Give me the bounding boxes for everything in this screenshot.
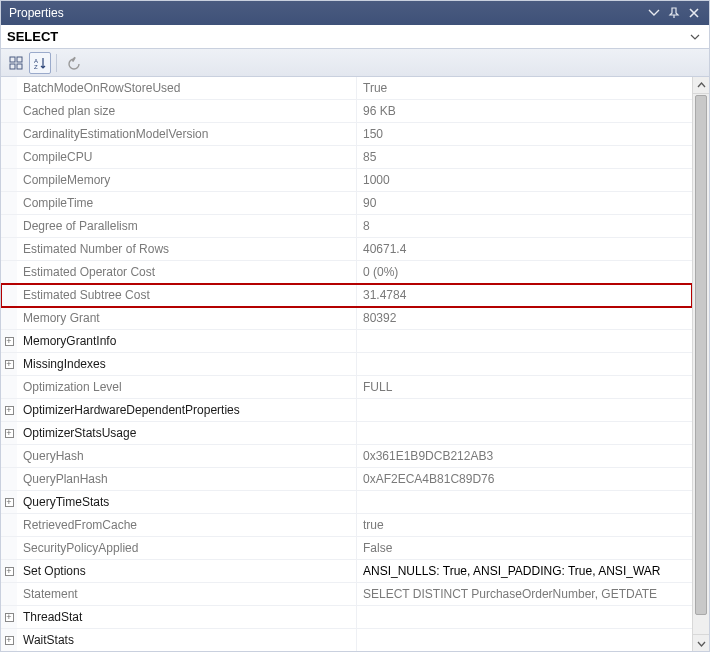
expand-toggle[interactable]: + [1, 422, 17, 444]
property-row[interactable]: Degree of Parallelism8 [1, 215, 692, 238]
expand-toggle[interactable]: + [1, 399, 17, 421]
property-name: CompileTime [17, 192, 357, 214]
property-value[interactable] [357, 422, 692, 444]
pin-icon[interactable] [665, 4, 683, 22]
scroll-thumb[interactable] [695, 95, 707, 615]
property-value[interactable] [357, 399, 692, 421]
property-value: 8 [357, 215, 692, 237]
expand-toggle[interactable]: + [1, 629, 17, 651]
properties-grid[interactable]: BatchModeOnRowStoreUsedTrueCached plan s… [1, 77, 692, 651]
property-value: False [357, 537, 692, 559]
selected-object-name: SELECT [7, 29, 687, 44]
property-value[interactable] [357, 330, 692, 352]
expand-spacer [1, 284, 17, 306]
property-row[interactable]: QueryPlanHash0xAF2ECA4B81C89D76 [1, 468, 692, 491]
expand-toggle[interactable]: + [1, 353, 17, 375]
property-name: OptimizerHardwareDependentProperties [17, 399, 357, 421]
property-row[interactable]: QueryHash0x361E1B9DCB212AB3 [1, 445, 692, 468]
property-value: 1000 [357, 169, 692, 191]
property-row[interactable]: +ThreadStat [1, 606, 692, 629]
property-row[interactable]: CompileMemory1000 [1, 169, 692, 192]
property-name: MissingIndexes [17, 353, 357, 375]
svg-rect-1 [17, 57, 22, 62]
plus-icon: + [5, 498, 14, 507]
plus-icon: + [5, 360, 14, 369]
expand-spacer [1, 146, 17, 168]
property-name: Statement [17, 583, 357, 605]
expand-spacer [1, 169, 17, 191]
property-name: CompileCPU [17, 146, 357, 168]
properties-toolbar: AZ [1, 49, 709, 77]
plus-icon: + [5, 613, 14, 622]
property-name: MemoryGrantInfo [17, 330, 357, 352]
property-row[interactable]: BatchModeOnRowStoreUsedTrue [1, 77, 692, 100]
property-row[interactable]: SecurityPolicyAppliedFalse [1, 537, 692, 560]
property-value: 85 [357, 146, 692, 168]
svg-rect-3 [17, 64, 22, 69]
property-value[interactable] [357, 606, 692, 628]
title-bar: Properties [1, 1, 709, 25]
property-row[interactable]: +Set OptionsANSI_NULLS: True, ANSI_PADDI… [1, 560, 692, 583]
property-pages-button[interactable] [62, 52, 84, 74]
expand-spacer [1, 376, 17, 398]
property-row[interactable]: Estimated Operator Cost0 (0%) [1, 261, 692, 284]
close-icon[interactable] [685, 4, 703, 22]
expand-spacer [1, 537, 17, 559]
vertical-scrollbar[interactable] [692, 77, 709, 651]
property-row[interactable]: Memory Grant80392 [1, 307, 692, 330]
categorized-button[interactable] [5, 52, 27, 74]
property-row[interactable]: CompileTime90 [1, 192, 692, 215]
property-row[interactable]: CardinalityEstimationModelVersion150 [1, 123, 692, 146]
expand-spacer [1, 100, 17, 122]
property-name: Degree of Parallelism [17, 215, 357, 237]
property-row[interactable]: Optimization LevelFULL [1, 376, 692, 399]
scroll-up-arrow[interactable] [693, 77, 709, 94]
object-selector-bar: SELECT [1, 25, 709, 49]
property-row[interactable]: +OptimizerStatsUsage [1, 422, 692, 445]
property-row[interactable]: +QueryTimeStats [1, 491, 692, 514]
scroll-down-arrow[interactable] [693, 634, 709, 651]
property-value: FULL [357, 376, 692, 398]
property-value[interactable] [357, 629, 692, 651]
property-value: 96 KB [357, 100, 692, 122]
plus-icon: + [5, 567, 14, 576]
property-value: 90 [357, 192, 692, 214]
property-value[interactable] [357, 491, 692, 513]
plus-icon: + [5, 636, 14, 645]
plus-icon: + [5, 337, 14, 346]
expand-toggle[interactable]: + [1, 606, 17, 628]
expand-spacer [1, 307, 17, 329]
property-name: Estimated Number of Rows [17, 238, 357, 260]
property-row[interactable]: StatementSELECT DISTINCT PurchaseOrderNu… [1, 583, 692, 606]
property-row[interactable]: RetrievedFromCachetrue [1, 514, 692, 537]
window-title: Properties [9, 6, 643, 20]
property-name: QueryPlanHash [17, 468, 357, 490]
expand-spacer [1, 123, 17, 145]
property-name: Estimated Subtree Cost [17, 284, 357, 306]
property-row[interactable]: Estimated Subtree Cost31.4784 [1, 284, 692, 307]
window-options-icon[interactable] [645, 4, 663, 22]
property-value[interactable]: ANSI_NULLS: True, ANSI_PADDING: True, AN… [357, 560, 692, 582]
property-row[interactable]: Estimated Number of Rows40671.4 [1, 238, 692, 261]
expand-toggle[interactable]: + [1, 330, 17, 352]
property-name: Cached plan size [17, 100, 357, 122]
property-name: Memory Grant [17, 307, 357, 329]
property-row[interactable]: +MissingIndexes [1, 353, 692, 376]
property-row[interactable]: +OptimizerHardwareDependentProperties [1, 399, 692, 422]
expand-spacer [1, 238, 17, 260]
property-name: RetrievedFromCache [17, 514, 357, 536]
expand-toggle[interactable]: + [1, 491, 17, 513]
property-row[interactable]: +MemoryGrantInfo [1, 330, 692, 353]
property-row[interactable]: Cached plan size96 KB [1, 100, 692, 123]
property-value[interactable] [357, 353, 692, 375]
expand-toggle[interactable]: + [1, 560, 17, 582]
svg-rect-2 [10, 64, 15, 69]
expand-spacer [1, 468, 17, 490]
property-name: BatchModeOnRowStoreUsed [17, 77, 357, 99]
alphabetical-button[interactable]: AZ [29, 52, 51, 74]
property-row[interactable]: CompileCPU85 [1, 146, 692, 169]
property-row[interactable]: +WaitStats [1, 629, 692, 651]
plus-icon: + [5, 406, 14, 415]
object-dropdown-icon[interactable] [687, 29, 703, 45]
property-name: QueryHash [17, 445, 357, 467]
